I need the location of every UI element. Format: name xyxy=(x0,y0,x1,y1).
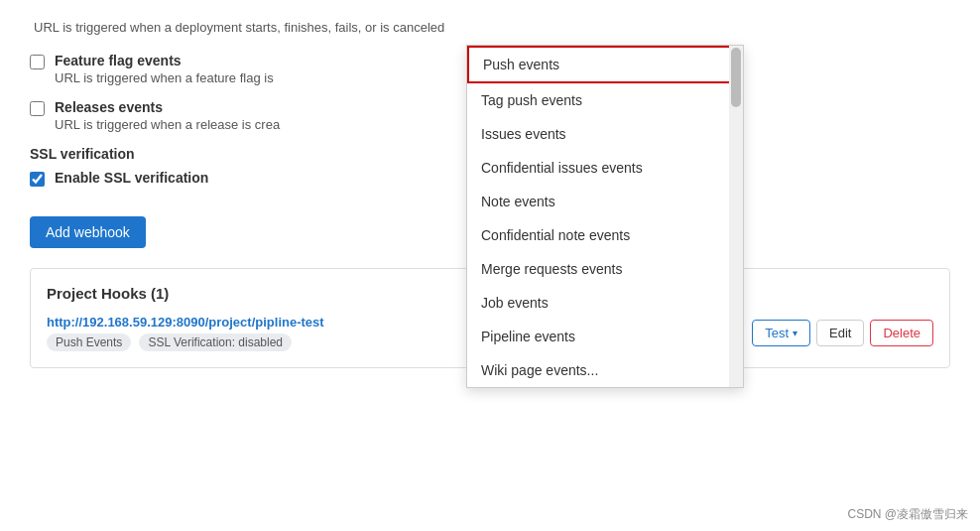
feature-flag-checkbox[interactable] xyxy=(30,55,45,69)
deployment-description: URL is triggered when a deployment start… xyxy=(30,20,950,35)
scrollbar-track xyxy=(729,46,743,387)
feature-flag-label: Feature flag events xyxy=(55,53,274,68)
hook-url[interactable]: http://192.168.59.129:8090/project/pipli… xyxy=(47,315,324,330)
dropdown-item-merge-requests[interactable]: Merge requests events xyxy=(467,252,743,286)
dropdown-menu: Push events Tag push events Issues event… xyxy=(466,45,744,388)
dropdown-item-confidential-issues[interactable]: Confidential issues events xyxy=(467,151,743,185)
hook-tag-push: Push Events xyxy=(47,333,131,351)
dropdown-item-wiki[interactable]: Wiki page events... xyxy=(467,353,743,387)
releases-label: Releases events xyxy=(55,99,280,115)
scrollbar-thumb[interactable] xyxy=(731,48,741,107)
page-wrapper: URL is triggered when a deployment start… xyxy=(0,0,980,531)
hook-tags: Push Events SSL Verification: disabled xyxy=(47,333,324,351)
releases-checkbox[interactable] xyxy=(30,101,45,116)
chevron-down-icon: ▾ xyxy=(793,328,797,338)
test-label: Test xyxy=(765,326,789,340)
dropdown-item-note[interactable]: Note events xyxy=(467,185,743,218)
ssl-enable-label: Enable SSL verification xyxy=(55,170,208,186)
dropdown-item-job[interactable]: Job events xyxy=(467,286,743,320)
dropdown-item-issues[interactable]: Issues events xyxy=(467,117,743,151)
test-button[interactable]: Test ▾ xyxy=(752,320,810,346)
dropdown-item-confidential-note[interactable]: Confidential note events xyxy=(467,218,743,252)
delete-button[interactable]: Delete xyxy=(870,320,933,346)
ssl-checkbox[interactable] xyxy=(30,172,45,187)
hook-actions: Test ▾ Edit Delete xyxy=(752,320,933,346)
add-webhook-button[interactable]: Add webhook xyxy=(30,216,146,248)
dropdown-item-push[interactable]: Push events xyxy=(467,46,743,83)
dropdown-item-tag-push[interactable]: Tag push events xyxy=(467,83,743,117)
dropdown-item-pipeline[interactable]: Pipeline events xyxy=(467,320,743,353)
releases-desc: URL is triggered when a release is crea xyxy=(55,117,280,132)
edit-button[interactable]: Edit xyxy=(816,320,864,346)
feature-flag-desc: URL is triggered when a feature flag is xyxy=(55,70,274,85)
hook-tag-ssl: SSL Verification: disabled xyxy=(139,333,292,351)
watermark: CSDN @凌霜傲雪归来 xyxy=(847,506,968,523)
